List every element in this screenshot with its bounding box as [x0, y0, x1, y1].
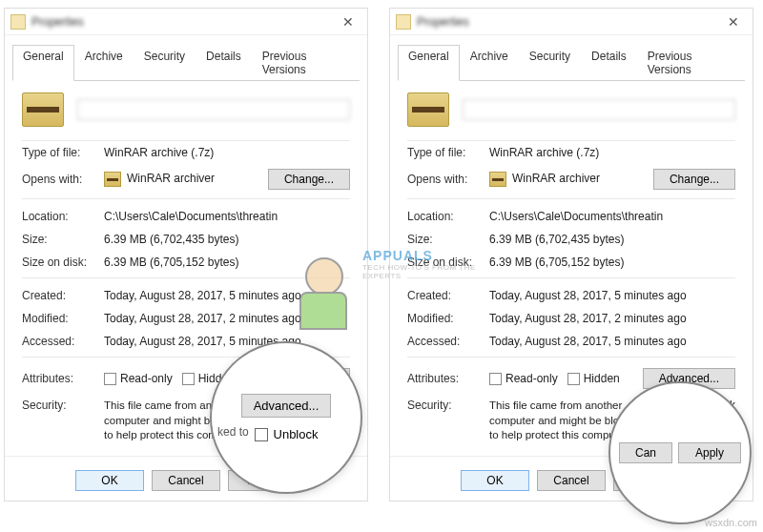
titlebar: Properties ✕ [5, 9, 367, 35]
filename-input[interactable] [463, 99, 735, 120]
modified-value: Today, August 28, 2017, 2 minutes ago [104, 312, 350, 325]
type-value: WinRAR archive (.7z) [104, 146, 350, 159]
tab-details[interactable]: Details [581, 45, 637, 80]
winrar-small-icon [10, 14, 26, 30]
modified-value: Today, August 28, 2017, 2 minutes ago [489, 312, 735, 325]
opens-label: Opens with: [407, 173, 489, 186]
size-value: 6.39 MB (6,702,435 bytes) [489, 233, 735, 246]
magnified-side-text: ked to [217, 425, 249, 439]
change-button[interactable]: Change... [653, 169, 735, 190]
location-label: Location: [22, 210, 104, 223]
winrar-archive-icon [407, 92, 449, 127]
tab-archive[interactable]: Archive [460, 45, 519, 80]
location-value: C:\Users\Cale\Documents\threatin [104, 210, 350, 223]
magnifier-unblock: Advanced... Unblock ked to [210, 341, 362, 494]
tabs: General Archive Security Details Previou… [398, 45, 745, 81]
disk-value: 6.39 MB (6,705,152 bytes) [489, 256, 735, 269]
change-button[interactable]: Change... [268, 169, 350, 190]
magnified-unblock-label: Unblock [274, 427, 319, 441]
security-label: Security: [22, 399, 104, 412]
size-value: 6.39 MB (6,702,435 bytes) [104, 233, 350, 246]
tab-general[interactable]: General [12, 45, 74, 81]
filename-input[interactable] [77, 99, 350, 120]
opens-label: Opens with: [22, 173, 104, 186]
tab-archive[interactable]: Archive [74, 45, 134, 80]
tab-details[interactable]: Details [196, 45, 252, 80]
winrar-small-icon [396, 14, 411, 30]
tab-security[interactable]: Security [134, 45, 196, 80]
modified-label: Modified: [22, 312, 104, 325]
created-value: Today, August 28, 2017, 5 minutes ago [489, 289, 735, 302]
opens-value: WinRAR archiver [104, 172, 268, 187]
ok-button[interactable]: OK [75, 470, 144, 491]
disk-label: Size on disk: [407, 256, 489, 269]
window-title: Properties [417, 15, 469, 29]
cancel-button[interactable]: Cancel [537, 470, 606, 491]
readonly-checkbox[interactable]: Read-only [104, 372, 173, 385]
location-label: Location: [407, 210, 489, 223]
size-label: Size: [407, 233, 489, 246]
opens-value: WinRAR archiver [489, 172, 653, 187]
size-label: Size: [22, 233, 104, 246]
disk-label: Size on disk: [22, 256, 104, 269]
created-value: Today, August 28, 2017, 5 minutes ago [104, 289, 350, 302]
winrar-icon [489, 172, 506, 187]
window-title: Properties [31, 15, 84, 29]
magnified-unblock-checkbox[interactable] [255, 428, 268, 441]
cancel-button[interactable]: Cancel [152, 470, 220, 491]
magnified-apply-button[interactable]: Apply [678, 442, 741, 463]
type-label: Type of file: [407, 146, 489, 159]
type-value: WinRAR archive (.7z) [489, 146, 735, 159]
location-value: C:\Users\Cale\Documents\threatin [489, 210, 735, 223]
hidden-checkbox[interactable]: Hidden [567, 372, 620, 385]
tab-previous-versions[interactable]: Previous Versions [637, 45, 745, 80]
readonly-checkbox[interactable]: Read-only [489, 372, 558, 385]
watermark: wsxdn.com [705, 517, 757, 528]
type-label: Type of file: [22, 146, 104, 159]
winrar-icon [104, 172, 121, 187]
modified-label: Modified: [407, 312, 489, 325]
magnified-cancel-button[interactable]: Can [619, 442, 672, 463]
tab-security[interactable]: Security [519, 45, 581, 80]
created-label: Created: [22, 289, 104, 302]
security-label: Security: [407, 399, 489, 412]
tab-general[interactable]: General [398, 45, 460, 81]
accessed-value: Today, August 28, 2017, 5 minutes ago [489, 335, 735, 348]
attr-label: Attributes: [407, 372, 489, 385]
attr-label: Attributes: [22, 372, 104, 385]
close-icon[interactable]: ✕ [720, 14, 747, 30]
tabs: General Archive Security Details Previou… [12, 45, 360, 81]
ok-button[interactable]: OK [461, 470, 529, 491]
close-icon[interactable]: ✕ [335, 14, 361, 30]
tab-previous-versions[interactable]: Previous Versions [252, 45, 360, 80]
magnifier-apply: Can Apply [608, 381, 752, 524]
titlebar: Properties ✕ [390, 9, 753, 35]
accessed-label: Accessed: [22, 335, 104, 348]
winrar-archive-icon [22, 92, 64, 127]
accessed-label: Accessed: [407, 335, 489, 348]
created-label: Created: [407, 289, 489, 302]
magnified-advanced-button[interactable]: Advanced... [241, 394, 332, 418]
disk-value: 6.39 MB (6,705,152 bytes) [104, 256, 350, 269]
